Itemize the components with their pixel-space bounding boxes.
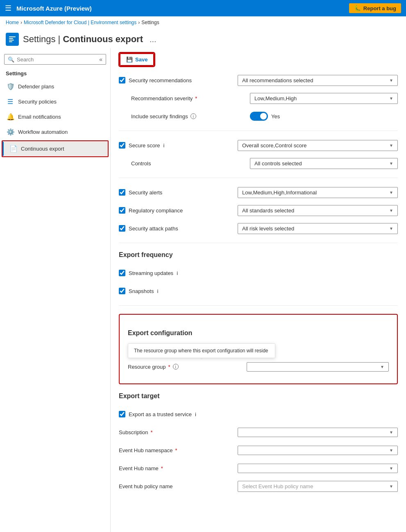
recommendation-severity-row: Recommendation severity * Low,Medium,Hig… <box>119 90 398 106</box>
svg-rect-0 <box>9 36 16 37</box>
export-frequency-section: Export frequency Streaming updates i Sna… <box>119 251 398 299</box>
chevron-down-icon: ▼ <box>389 484 393 489</box>
breadcrumb: Home › Microsoft Defender for Cloud | En… <box>0 16 406 29</box>
include-findings-toggle[interactable] <box>250 112 268 121</box>
export-target-section: Export target Export as a trusted servic… <box>119 392 398 494</box>
page-header: Settings | Continuous export ... <box>0 29 406 48</box>
secure-score-checkbox[interactable] <box>119 142 125 149</box>
secure-score-row: Secure score i Overall score,Control sco… <box>119 138 398 153</box>
trusted-service-checkbox[interactable] <box>119 411 125 417</box>
chevron-down-icon: ▼ <box>389 190 393 195</box>
event-hub-policy-dropdown[interactable]: Select Event Hub policy name ▼ <box>238 481 398 492</box>
include-security-findings-row: Include security findings i Yes <box>119 108 398 124</box>
chevron-down-icon: ▼ <box>380 365 384 369</box>
content-area: 💾 Save Security recommendations All reco… <box>111 48 406 532</box>
sidebar-item-label: Workflow automation <box>18 129 68 135</box>
secure-score-dropdown[interactable]: Overall score,Control score ▼ <box>238 140 398 151</box>
page-icon <box>6 33 19 46</box>
search-icon: 🔍 <box>8 56 14 63</box>
svg-rect-2 <box>9 40 14 41</box>
sidebar-item-workflow-automation[interactable]: ⚙️ Workflow automation <box>0 124 110 140</box>
sidebar-item-label: Continuous export <box>21 146 64 152</box>
breadcrumb-settings: Settings <box>141 20 159 25</box>
event-hub-policy-row: Event hub policy name Select Event Hub p… <box>119 478 398 494</box>
sidebar-item-defender-plans[interactable]: 🛡️ Defender plans <box>0 79 110 94</box>
regulatory-compliance-checkbox[interactable] <box>119 207 125 214</box>
regulatory-compliance-row: Regulatory compliance All standards sele… <box>119 203 398 218</box>
chevron-down-icon: ▼ <box>389 448 393 453</box>
streaming-updates-checkbox-label[interactable]: Streaming updates i <box>119 270 234 276</box>
controls-dropdown[interactable]: All controls selected ▼ <box>250 158 398 169</box>
export-target-title: Export target <box>119 392 398 400</box>
hamburger-icon[interactable]: ☰ <box>5 4 11 13</box>
tooltip-box: The resource group where this export con… <box>128 343 275 358</box>
chevron-down-icon: ▼ <box>389 161 393 166</box>
page-more-button[interactable]: ... <box>150 35 157 44</box>
export-config-title: Export configuration <box>128 329 389 337</box>
chevron-down-icon: ▼ <box>389 96 393 101</box>
info-icon[interactable]: i <box>177 270 178 276</box>
info-icon[interactable]: i <box>157 288 158 294</box>
list-icon: ☰ <box>7 98 14 106</box>
save-icon: 💾 <box>126 56 133 63</box>
chevron-down-icon: ▼ <box>389 143 393 148</box>
regulatory-compliance-checkbox-label[interactable]: Regulatory compliance <box>119 207 234 214</box>
snapshots-checkbox-label[interactable]: Snapshots i <box>119 288 234 294</box>
svg-rect-1 <box>9 38 13 39</box>
report-bug-button[interactable]: 🐛 Report a bug <box>349 3 401 13</box>
bell-icon: 🔔 <box>7 113 14 121</box>
chevron-down-icon: ▼ <box>389 466 393 471</box>
alerts-dropdown[interactable]: Low,Medium,High,Informational ▼ <box>238 187 398 198</box>
security-alerts-checkbox-label[interactable]: Security alerts <box>119 189 234 196</box>
bug-icon: 🐛 <box>354 5 361 11</box>
security-attack-paths-row: Security attack paths All risk levels se… <box>119 221 398 236</box>
info-icon[interactable]: i <box>173 364 179 370</box>
export-frequency-title: Export frequency <box>119 251 398 259</box>
streaming-updates-row: Streaming updates i <box>119 265 398 281</box>
toolbar: 💾 Save <box>119 48 398 72</box>
attack-paths-dropdown[interactable]: All risk levels selected ▼ <box>238 223 398 234</box>
snapshots-checkbox[interactable] <box>119 288 125 294</box>
app-title: Microsoft Azure (Preview) <box>16 5 344 12</box>
compliance-dropdown[interactable]: All standards selected ▼ <box>238 205 398 216</box>
streaming-updates-checkbox[interactable] <box>119 270 125 276</box>
attack-paths-checkbox-label[interactable]: Security attack paths <box>119 225 234 232</box>
trusted-service-checkbox-label[interactable]: Export as a trusted service i <box>119 411 234 417</box>
event-hub-name-dropdown[interactable]: ▼ <box>238 464 398 473</box>
sidebar-item-label: Security policies <box>18 99 57 105</box>
breadcrumb-home[interactable]: Home <box>6 20 19 25</box>
attack-paths-checkbox[interactable] <box>119 225 125 232</box>
sidebar: 🔍 « Settings 🛡️ Defender plans ☰ Securit… <box>0 48 111 532</box>
chevron-down-icon: ▼ <box>389 430 393 435</box>
sidebar-item-email-notifications[interactable]: 🔔 Email notifications <box>0 109 110 124</box>
subscription-row: Subscription * ▼ <box>119 424 398 440</box>
save-button[interactable]: 💾 Save <box>120 53 154 66</box>
search-bar[interactable]: 🔍 « <box>4 54 106 65</box>
recommendations-dropdown[interactable]: All recommendations selected ▼ <box>238 75 398 86</box>
shield-icon: 🛡️ <box>7 83 14 90</box>
security-alerts-row: Security alerts Low,Medium,High,Informat… <box>119 185 398 200</box>
severity-dropdown[interactable]: Low,Medium,High ▼ <box>250 93 398 104</box>
info-icon[interactable]: i <box>163 142 165 149</box>
security-alerts-checkbox[interactable] <box>119 189 125 196</box>
security-recommendations-checkbox[interactable] <box>119 77 125 83</box>
sidebar-item-continuous-export[interactable]: 📄 Continuous export <box>2 141 108 156</box>
search-input[interactable] <box>17 56 95 63</box>
security-recommendations-checkbox-label[interactable]: Security recommendations <box>119 77 234 83</box>
breadcrumb-env-settings[interactable]: Microsoft Defender for Cloud | Environme… <box>24 20 136 25</box>
main-layout: 🔍 « Settings 🛡️ Defender plans ☰ Securit… <box>0 48 406 532</box>
resource-group-row: Resource group * i ▼ <box>128 359 389 374</box>
event-hub-name-row: Event Hub name * ▼ <box>119 460 398 476</box>
snapshots-row: Snapshots i <box>119 283 398 299</box>
info-icon[interactable]: i <box>195 411 196 417</box>
sidebar-item-security-policies[interactable]: ☰ Security policies <box>0 94 110 109</box>
resource-group-dropdown[interactable]: ▼ <box>247 362 389 372</box>
event-hub-namespace-dropdown[interactable]: ▼ <box>238 446 398 455</box>
chevron-down-icon: ▼ <box>389 78 393 83</box>
secure-score-checkbox-label[interactable]: Secure score i <box>119 142 234 149</box>
chevron-down-icon: ▼ <box>389 226 393 231</box>
collapse-icon[interactable]: « <box>99 56 102 63</box>
gear-icon: ⚙️ <box>7 128 14 136</box>
info-icon[interactable]: i <box>191 113 196 119</box>
subscription-dropdown[interactable]: ▼ <box>238 428 398 437</box>
